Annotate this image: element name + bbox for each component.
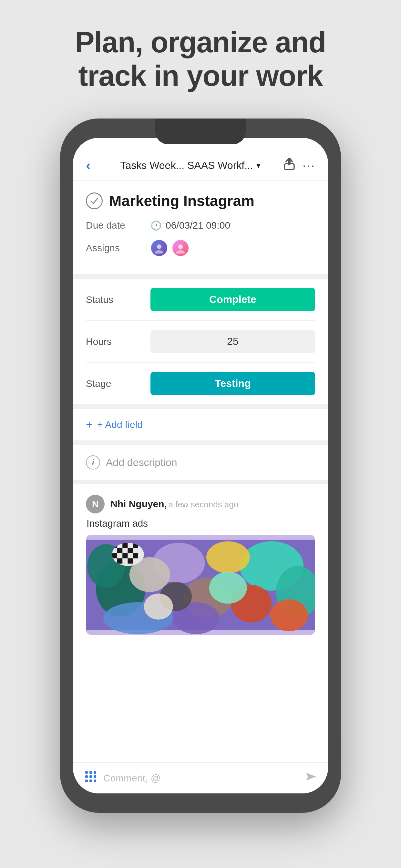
svg-rect-30 bbox=[133, 553, 138, 558]
comment-author-row: N Nhi Nguyen, a few seconds ago bbox=[86, 495, 315, 514]
comment-image bbox=[86, 535, 315, 635]
due-date-text: 06/03/21 09:00 bbox=[166, 220, 230, 231]
stage-value[interactable]: Testing bbox=[150, 372, 315, 395]
headline: Plan, organize and track in your work bbox=[49, 26, 351, 93]
svg-rect-43 bbox=[85, 779, 88, 782]
description-section[interactable]: i Add description bbox=[73, 445, 328, 485]
share-icon[interactable] bbox=[284, 158, 295, 173]
comment-timestamp: a few seconds ago bbox=[168, 500, 238, 509]
svg-rect-29 bbox=[122, 553, 127, 558]
avatar-1 bbox=[150, 239, 168, 257]
nav-actions: ··· bbox=[284, 158, 315, 173]
svg-rect-32 bbox=[127, 558, 133, 563]
phone-screen: ‹ Tasks Week... SAAS Workf... ▾ ··· bbox=[73, 138, 328, 794]
stage-row: Stage Testing bbox=[86, 363, 315, 404]
clock-icon: 🕐 bbox=[150, 220, 162, 231]
notch bbox=[155, 119, 246, 144]
status-row: Status Complete bbox=[86, 279, 315, 321]
svg-point-6 bbox=[178, 244, 183, 249]
assignee-avatars bbox=[150, 239, 187, 257]
svg-point-17 bbox=[206, 541, 250, 573]
svg-point-5 bbox=[155, 250, 163, 253]
svg-rect-24 bbox=[122, 543, 127, 548]
add-field-button[interactable]: + + Add field bbox=[73, 409, 328, 445]
back-button[interactable]: ‹ bbox=[86, 157, 91, 174]
stage-label: Stage bbox=[86, 378, 150, 389]
info-icon: i bbox=[86, 455, 100, 469]
author-initial: N bbox=[92, 499, 98, 509]
due-date-row: Due date 🕐 06/03/21 09:00 bbox=[86, 220, 315, 231]
assigns-row: Assigns bbox=[86, 239, 315, 257]
task-check-icon bbox=[86, 192, 103, 209]
activity-section: N Nhi Nguyen, a few seconds ago Instagra… bbox=[73, 485, 328, 763]
svg-point-36 bbox=[144, 593, 173, 620]
svg-rect-40 bbox=[85, 775, 88, 778]
due-date-value: 🕐 06/03/21 09:00 bbox=[150, 220, 230, 231]
task-title-row: Marketing Instagram bbox=[86, 192, 315, 210]
send-icon[interactable] bbox=[305, 771, 316, 785]
svg-rect-44 bbox=[89, 779, 92, 782]
hours-value[interactable]: 25 bbox=[150, 330, 315, 353]
svg-rect-31 bbox=[117, 558, 122, 563]
comment-avatar: N bbox=[86, 495, 104, 514]
nav-title[interactable]: Tasks Week... SAAS Workf... ▾ bbox=[97, 159, 284, 172]
chevron-down-icon: ▾ bbox=[256, 160, 260, 170]
add-field-label: + Add field bbox=[97, 419, 143, 430]
comment-meta: Nhi Nguyen, a few seconds ago bbox=[111, 499, 238, 509]
stage-badge[interactable]: Testing bbox=[150, 372, 315, 395]
svg-rect-45 bbox=[94, 779, 96, 782]
svg-rect-42 bbox=[94, 775, 96, 778]
svg-rect-28 bbox=[112, 553, 117, 558]
svg-rect-41 bbox=[89, 775, 92, 778]
hours-row: Hours 25 bbox=[86, 321, 315, 363]
avatar-2 bbox=[172, 239, 189, 257]
hours-label: Hours bbox=[86, 336, 150, 347]
svg-rect-26 bbox=[117, 548, 122, 553]
task-details: Status Complete Hours 25 Stage Testing bbox=[73, 279, 328, 409]
assigns-label: Assigns bbox=[86, 243, 150, 253]
plus-icon: + bbox=[86, 418, 93, 431]
task-title: Marketing Instagram bbox=[109, 192, 254, 210]
description-placeholder: Add description bbox=[106, 457, 177, 469]
svg-point-13 bbox=[270, 599, 308, 631]
headline-line1: Plan, organize and bbox=[75, 26, 326, 58]
phone-shell: ‹ Tasks Week... SAAS Workf... ▾ ··· bbox=[60, 119, 341, 813]
due-date-label: Due date bbox=[86, 220, 150, 231]
svg-rect-37 bbox=[85, 771, 88, 774]
comment-bar: Comment, @ bbox=[73, 763, 328, 794]
svg-rect-39 bbox=[94, 771, 96, 774]
content: Marketing Instagram Due date 🕐 06/03/21 … bbox=[73, 181, 328, 794]
comment-text: Instagram ads bbox=[86, 518, 315, 529]
status-badge[interactable]: Complete bbox=[150, 288, 315, 311]
more-icon[interactable]: ··· bbox=[303, 158, 315, 173]
svg-point-7 bbox=[176, 250, 185, 253]
svg-point-34 bbox=[209, 572, 247, 604]
hours-badge[interactable]: 25 bbox=[150, 330, 315, 353]
status-value[interactable]: Complete bbox=[150, 288, 315, 311]
svg-point-4 bbox=[157, 244, 161, 249]
svg-rect-38 bbox=[89, 771, 92, 774]
grid-icon[interactable] bbox=[85, 771, 97, 786]
task-header: Marketing Instagram Due date 🕐 06/03/21 … bbox=[73, 181, 328, 279]
headline-line2: track in your work bbox=[78, 60, 322, 92]
nav-title-text: Tasks Week... SAAS Workf... bbox=[120, 159, 253, 172]
status-label: Status bbox=[86, 294, 150, 305]
comment-input-placeholder[interactable]: Comment, @ bbox=[103, 773, 298, 784]
comment-author-name: Nhi Nguyen, bbox=[111, 499, 167, 509]
svg-rect-27 bbox=[127, 548, 133, 553]
